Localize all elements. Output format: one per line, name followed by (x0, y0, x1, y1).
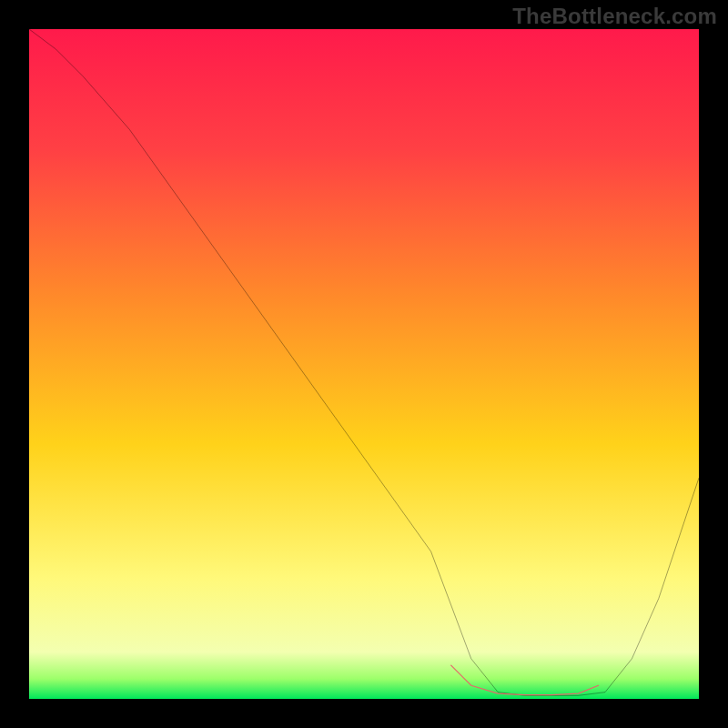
bottom-highlight-path (451, 665, 599, 694)
bottleneck-curve-path (29, 29, 699, 695)
curve-layer (29, 29, 699, 699)
plot-area (29, 29, 699, 699)
watermark-text: TheBottleneck.com (512, 4, 717, 29)
chart-frame: TheBottleneck.com (0, 0, 728, 728)
